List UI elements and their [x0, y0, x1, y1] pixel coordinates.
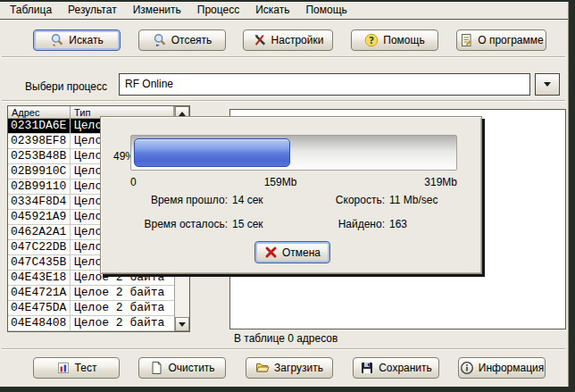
info-icon — [460, 361, 474, 375]
address-cell: 045921A9 — [8, 210, 71, 224]
separator — [2, 348, 565, 350]
svg-text:?: ? — [369, 35, 374, 46]
separator — [2, 100, 565, 102]
stat-label: Время прошло: — [104, 194, 228, 206]
search-icon — [50, 33, 64, 47]
desktop-backdrop: ТаблицаРезультатИзменитьПроцессИскатьПом… — [0, 0, 575, 392]
stat-value: 163 — [389, 218, 476, 230]
stat-value: 11 Mb/sec — [389, 194, 476, 206]
scale-start: 0 — [130, 176, 137, 188]
test-button[interactable]: Тест — [33, 357, 120, 379]
test-chart-icon — [56, 361, 71, 375]
scroll-down-button[interactable] — [175, 317, 189, 331]
address-cell: 02B99110 — [8, 179, 71, 194]
progress-scale: 0 159Mb 319Mb — [130, 176, 457, 188]
scale-mid: 159Mb — [264, 176, 297, 188]
address-cell: 02398EF8 — [8, 134, 71, 148]
information-button[interactable]: Информация — [458, 357, 546, 379]
menu-item[interactable]: Искать — [247, 2, 297, 19]
separator — [2, 56, 565, 58]
about-button[interactable]: О программе — [456, 29, 546, 51]
address-cell: 0334F8D4 — [8, 195, 71, 209]
address-cell: 0231DA6E — [8, 119, 71, 133]
help-button-label: Помощь — [383, 34, 424, 46]
save-button[interactable]: Сохранить — [353, 357, 439, 379]
clear-button[interactable]: Очистить — [138, 357, 226, 379]
sift-button-label: Отсеять — [171, 34, 212, 46]
address-cell: 0462A2A1 — [8, 225, 71, 239]
address-cell: 047C22DB — [8, 240, 71, 254]
scroll-up-icon — [179, 112, 186, 116]
open-folder-icon — [255, 361, 270, 375]
scale-end: 319Mb — [424, 176, 457, 188]
load-button-label: Загрузить — [274, 362, 323, 374]
menu-item[interactable]: Таблица — [2, 2, 60, 19]
blank-page-icon — [149, 361, 163, 375]
table-row[interactable]: 04E4721AЦелое 2 байта — [8, 286, 174, 301]
stat-label: Скорость: — [328, 194, 385, 206]
progress-trough — [130, 135, 457, 171]
menu-item[interactable]: Процесс — [189, 2, 247, 19]
information-button-label: Информация — [479, 362, 544, 374]
scroll-down-icon — [179, 322, 186, 327]
cancel-button-label: Отмена — [282, 246, 321, 259]
load-button[interactable]: Загрузить — [246, 357, 333, 379]
sift-icon — [153, 33, 167, 47]
address-cell: 04E475DA — [8, 301, 71, 315]
about-button-label: О программе — [478, 34, 543, 46]
table-status-text: В таблице 0 адресов — [234, 332, 338, 345]
chevron-down-icon — [544, 82, 551, 87]
type-cell: Целое 2 байта — [71, 316, 174, 330]
test-button-label: Тест — [75, 362, 97, 374]
sift-button[interactable]: Отсеять — [138, 29, 226, 51]
type-cell: Целое 2 байта — [71, 286, 174, 300]
menu-item[interactable]: Результат — [60, 2, 125, 19]
table-row[interactable]: 04E475DAЦелое 2 байта — [8, 301, 174, 316]
settings-button-label: Настройки — [271, 34, 324, 46]
dialog-stats: Время прошло:14 секСкорость:11 Mb/secВре… — [104, 194, 476, 230]
help-icon: ? — [364, 33, 379, 47]
help-button[interactable]: ? Помощь — [351, 29, 438, 51]
about-icon — [459, 33, 473, 47]
save-button-label: Сохранить — [379, 362, 432, 374]
tools-icon — [253, 33, 267, 47]
address-cell: 04E4721A — [8, 286, 71, 300]
scan-progress-dialog: 49% 0 159Mb 319Mb Время прошло:14 секСко… — [100, 116, 482, 274]
stat-label: Время осталось: — [104, 218, 228, 230]
process-combobox[interactable]: RF Online — [119, 73, 530, 96]
stat-label: Найдено: — [328, 218, 385, 230]
menu-item[interactable]: Помощь — [297, 2, 354, 19]
stat-value: 14 сек — [232, 194, 323, 206]
address-cell: 047C435B — [8, 255, 71, 270]
search-button[interactable]: Искать — [33, 29, 121, 51]
menu-item[interactable]: Изменить — [125, 2, 189, 19]
process-select-label: Выбери процесс — [25, 80, 107, 93]
settings-button[interactable]: Настройки — [243, 29, 333, 51]
floppy-icon — [360, 361, 374, 375]
search-button-label: Искать — [69, 34, 103, 46]
address-cell: 04E48408 — [8, 316, 71, 330]
address-cell: 04E43E18 — [8, 271, 71, 285]
process-combobox-value: RF Online — [125, 78, 173, 90]
address-cell: 02B9910C — [8, 164, 71, 179]
process-combobox-dropdown-button[interactable] — [535, 73, 560, 96]
column-header-address[interactable]: Адрес — [8, 106, 71, 119]
app-window: ТаблицаРезультатИзменитьПроцессИскатьПом… — [0, 2, 569, 387]
cancel-button[interactable]: Отмена — [254, 241, 330, 263]
menu-bar: ТаблицаРезультатИзменитьПроцессИскатьПом… — [0, 2, 568, 20]
progress-fill — [134, 138, 290, 167]
address-cell: 0253B48B — [8, 149, 71, 163]
clear-button-label: Очистить — [168, 362, 214, 374]
table-row[interactable]: 04E48408Целое 2 байта — [8, 316, 174, 331]
stat-value: 15 сек — [232, 218, 323, 230]
cancel-x-icon — [264, 246, 278, 259]
type-cell: Целое 2 байта — [71, 301, 174, 315]
